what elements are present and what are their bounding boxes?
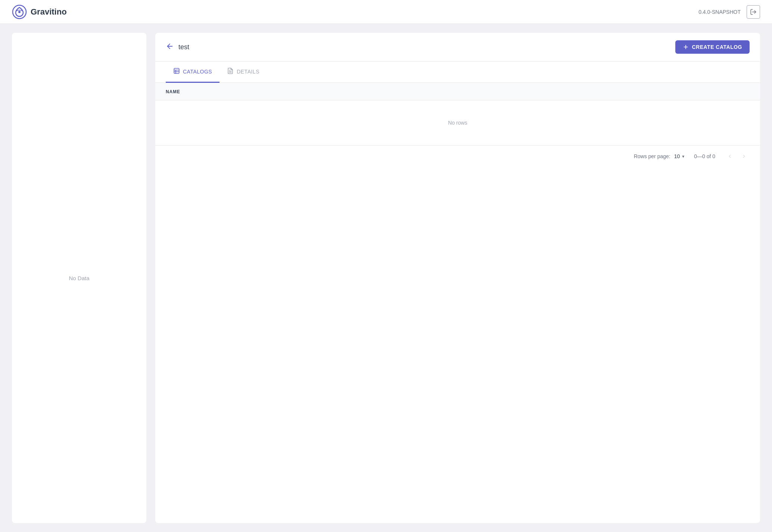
- pagination: Rows per page: 10 ▼ 0—0 of 0: [155, 145, 760, 167]
- back-nav: test: [166, 42, 189, 52]
- catalog-table: NAME No rows: [155, 83, 760, 145]
- logout-icon: [750, 9, 757, 15]
- chevron-left-icon: [727, 154, 732, 159]
- tab-details[interactable]: DETAILS: [220, 62, 267, 83]
- header-right: 0.4.0-SNAPSHOT: [698, 5, 760, 19]
- no-rows-message: No rows: [448, 120, 467, 126]
- main-container: No Data test CREATE CATALOG: [0, 24, 772, 532]
- table-body: No rows: [155, 100, 760, 145]
- right-panel-header: test CREATE CATALOG: [155, 33, 760, 62]
- rows-per-page-label: Rows per page:: [634, 153, 670, 159]
- rows-per-page-value: 10: [674, 153, 680, 159]
- right-panel: test CREATE CATALOG: [155, 33, 760, 523]
- logo-container: Gravitino: [12, 4, 67, 19]
- tab-catalogs-label: CATALOGS: [183, 69, 212, 75]
- logo-text: Gravitino: [31, 7, 67, 17]
- logout-button[interactable]: [747, 5, 760, 19]
- metalake-title: test: [178, 43, 189, 51]
- chevron-right-icon: [741, 154, 747, 159]
- page-range: 0—0 of 0: [694, 153, 715, 159]
- no-data-label: No Data: [69, 275, 89, 281]
- svg-point-1: [18, 11, 21, 13]
- tab-details-label: DETAILS: [237, 69, 259, 75]
- gravitino-logo-icon: [12, 4, 27, 19]
- create-catalog-button[interactable]: CREATE CATALOG: [675, 40, 750, 54]
- rows-per-page-select[interactable]: 10 ▼: [674, 153, 685, 159]
- back-button[interactable]: [166, 42, 174, 52]
- rows-per-page-container: Rows per page: 10 ▼: [634, 153, 685, 159]
- version-badge: 0.4.0-SNAPSHOT: [698, 9, 741, 15]
- catalogs-tab-icon: [173, 68, 180, 76]
- prev-page-button[interactable]: [724, 151, 735, 162]
- tabs-container: CATALOGS DETAILS: [155, 62, 760, 83]
- tab-catalogs[interactable]: CATALOGS: [166, 62, 220, 83]
- name-column-header: NAME: [166, 89, 180, 94]
- rows-dropdown-arrow: ▼: [681, 154, 685, 159]
- next-page-button[interactable]: [738, 151, 750, 162]
- app-header: Gravitino 0.4.0-SNAPSHOT: [0, 0, 772, 24]
- plus-icon: [683, 44, 689, 50]
- table-header: NAME: [155, 83, 760, 100]
- back-arrow-icon: [166, 42, 174, 50]
- pagination-nav: [724, 151, 750, 162]
- left-panel: No Data: [12, 33, 146, 523]
- svg-rect-6: [174, 68, 179, 73]
- details-tab-icon: [227, 68, 234, 76]
